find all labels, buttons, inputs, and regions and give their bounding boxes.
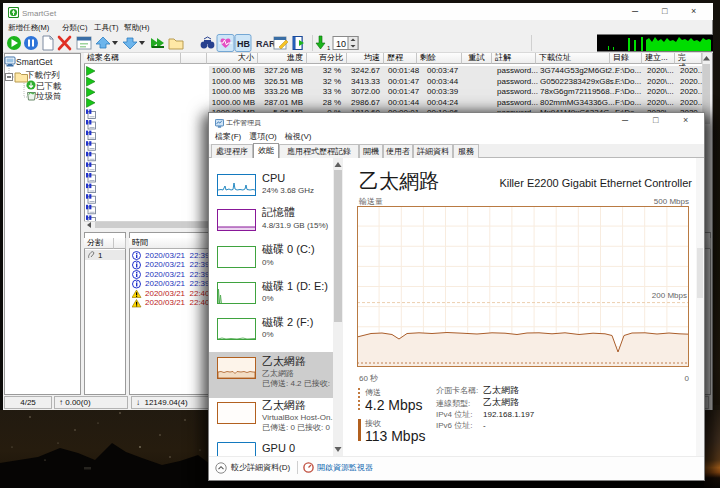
svg-text:HB: HB xyxy=(237,39,250,49)
svg-text:1: 1 xyxy=(327,45,331,51)
svg-text:RAR: RAR xyxy=(256,39,276,49)
svg-text:10: 10 xyxy=(336,39,346,49)
